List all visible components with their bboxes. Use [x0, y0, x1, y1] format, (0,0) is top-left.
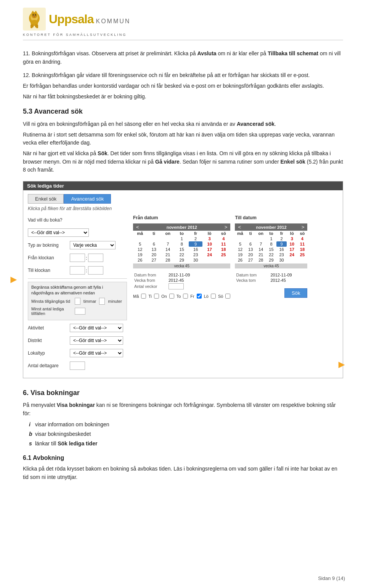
from-cal-row-5: 262728 2930	[133, 257, 230, 263]
till-m-input[interactable]	[88, 266, 103, 275]
distrikt-select[interactable]: <--Gör ditt val-->	[70, 336, 123, 345]
cb-fr-label: Fr	[190, 294, 194, 299]
sok-button[interactable]: Sök	[284, 288, 307, 298]
screenshot-box: Sök lediga tider Enkel sök Avancerad sök…	[23, 181, 343, 378]
to-datum-tom-value: 2012-11-09	[269, 272, 307, 278]
cb-lo[interactable]	[211, 294, 216, 299]
from-cal-prev[interactable]: <	[135, 224, 140, 230]
to-cal-row-2: 567 8 9 10 11	[235, 241, 307, 247]
to-cal-row-3: 121314 1516 17 18	[235, 247, 307, 252]
from-cal-week: vecka 45	[133, 263, 230, 268]
from-cal-h-ma: må	[133, 231, 147, 236]
form-row-typ: Typ av bokning Varje vecka	[28, 240, 127, 250]
form-row-till: Till klockan :	[28, 265, 127, 275]
vad-label: Vad vill du boka?	[28, 217, 70, 223]
to-datum-tom-row: Datum tom 2012-11-09	[235, 272, 307, 278]
cb-fr[interactable]	[197, 294, 202, 299]
to-vecka-tom-row: Vecka tom 2012-45	[235, 278, 307, 283]
section-6-heading: 6. Visa bokningar	[23, 387, 343, 398]
list-text-s: länkar till Sök lediga tider	[35, 439, 97, 448]
form-row-lokaltyp: Lokaltyp <--Gör ditt val-->	[28, 348, 127, 358]
till-label: Till klockan	[28, 268, 70, 273]
cb-on[interactable]	[169, 294, 174, 299]
form-row-aktivitet: Aktivitet <--Gör ditt val-->	[28, 323, 127, 333]
minuter-box	[99, 298, 105, 305]
tab-enkel-sok[interactable]: Enkel sök	[28, 194, 64, 204]
cb-ti-label: Ti	[148, 294, 152, 299]
section-53: 5.3 Avancerad sök Vill ni göra en boknin…	[23, 106, 343, 174]
from-datum-from-value: 2012-11-09	[167, 272, 230, 278]
lokaltyp-select[interactable]: <--Gör ditt val-->	[70, 349, 123, 357]
from-cal-next[interactable]: >	[224, 224, 228, 230]
from-cal-h-to: to	[175, 231, 188, 236]
to-cal-wrapper: < november 2012 > må ti	[235, 223, 307, 268]
logo-tagline: KONTORET FÖR SAMHÄLLSUTVECKLING	[23, 33, 127, 37]
from-datum-from-row: Datum from 2012-11-09	[133, 272, 230, 278]
typ-select[interactable]: Varje vecka	[70, 241, 116, 249]
vad-select[interactable]: <--Gör ditt val-->	[28, 228, 89, 237]
section-12-para1: 12. Bokningsförfrågan går vidare till fö…	[23, 71, 343, 80]
from-vecka-from-row: Vecka from 2012-45	[133, 278, 230, 283]
till-h-input[interactable]	[70, 266, 85, 275]
minst-lediga-label: Minst antal lediga tillfällen	[31, 307, 73, 316]
fran-label: Från klockan	[28, 255, 70, 260]
page-number: Sidan 9 (14)	[318, 575, 345, 581]
from-antal-veckor-input[interactable]	[167, 283, 230, 290]
lokaltyp-label: Lokaltyp	[28, 350, 70, 356]
fran-h-input[interactable]	[70, 254, 85, 262]
section-61: 6.1 Avbokning Klicka på det röda krysset…	[23, 453, 343, 482]
logo-title-text: Uppsala	[49, 12, 93, 26]
to-cal-next[interactable]: >	[301, 224, 305, 230]
row-minsta-tid: Minsta tillgängliga tid timmar minuter	[31, 298, 124, 305]
form-right: Från datum < november 2012 >	[133, 215, 338, 373]
tab-avancerad-sok[interactable]: Avancerad sök	[64, 194, 111, 204]
section-11-para1: 11. Bokningsförfrågan visas. Observera a…	[23, 50, 343, 66]
list-key-b: b	[29, 430, 33, 438]
cb-ma[interactable]	[141, 294, 146, 299]
logo-sub-text: KOMMUN	[96, 18, 130, 25]
section-12-para3: När ni har fått bokningsbeskedet är er b…	[23, 93, 343, 101]
divider	[28, 278, 127, 279]
cb-so[interactable]	[225, 294, 230, 299]
fran-colon: :	[86, 255, 87, 261]
logo-text: Uppsala KOMMUN	[49, 12, 130, 26]
from-cal-h-on: on	[161, 231, 175, 236]
form-main: Vad vill du boka? <--Gör ditt val--> Typ…	[28, 215, 338, 373]
from-cal-row-3: 121314 1516 17 18	[133, 247, 230, 252]
form-row-distrikt: Distrikt <--Gör ditt val-->	[28, 336, 127, 345]
from-vecka-from-label: Vecka from	[133, 278, 167, 283]
section-6-para1: På menyvalet Visa bokningar kan ni se fö…	[23, 401, 343, 418]
section-53-heading: 5.3 Avancerad sök	[23, 106, 343, 117]
limit-text: Begränsa sökträffarna genom att fylla i …	[31, 284, 124, 296]
svg-point-8	[33, 16, 35, 17]
aktivitet-select[interactable]: <--Gör ditt val-->	[70, 324, 123, 332]
cb-to-label: To	[177, 294, 181, 299]
to-cal-h-ti: ti	[246, 231, 256, 236]
to-cal-h-ma: må	[235, 231, 245, 236]
section-53-para1: Vill ni göra en bokningsförfrågan på en …	[23, 120, 343, 129]
to-cal-prev[interactable]: <	[237, 224, 242, 230]
to-cal-h-fr: fr	[276, 231, 287, 236]
from-cal-row-1: 12 3 4	[133, 236, 230, 241]
cb-to[interactable]	[183, 294, 188, 299]
list-item-s: s länkar till Sök lediga tider	[29, 439, 343, 448]
page-header: Uppsala KOMMUN KONTORET FÖR SAMHÄLLSUTVE…	[23, 8, 343, 40]
from-cal-row-2: 567 8 9 10 11	[133, 241, 230, 247]
cb-so-label: Sö	[218, 294, 223, 299]
cb-ti[interactable]	[154, 294, 159, 299]
hint-text: Klicka på fliken för att återställa sökb…	[28, 206, 338, 211]
minuter-label: minuter	[108, 299, 122, 304]
to-cal-title: Till datum	[235, 215, 307, 220]
fran-m-input[interactable]	[88, 254, 103, 262]
from-vecka-from-value: 2012-45	[167, 278, 230, 283]
screenshot-content: Enkel sök Avancerad sök Klicka på fliken…	[23, 190, 343, 378]
antal-input[interactable]	[70, 361, 85, 370]
logo-area: Uppsala KOMMUN KONTORET FÖR SAMHÄLLSUTVE…	[23, 8, 130, 37]
row-minst-lediga: Minst antal lediga tillfällen	[31, 307, 124, 316]
section-11: 11. Bokningsförfrågan visas. Observera a…	[23, 50, 343, 66]
from-cal-title: Från datum	[133, 215, 230, 220]
list-key-i: i	[29, 420, 33, 429]
antal-veckor-field[interactable]	[169, 283, 184, 289]
minst-lediga-box	[75, 308, 85, 315]
from-cal-h-fr: fr	[189, 231, 202, 236]
